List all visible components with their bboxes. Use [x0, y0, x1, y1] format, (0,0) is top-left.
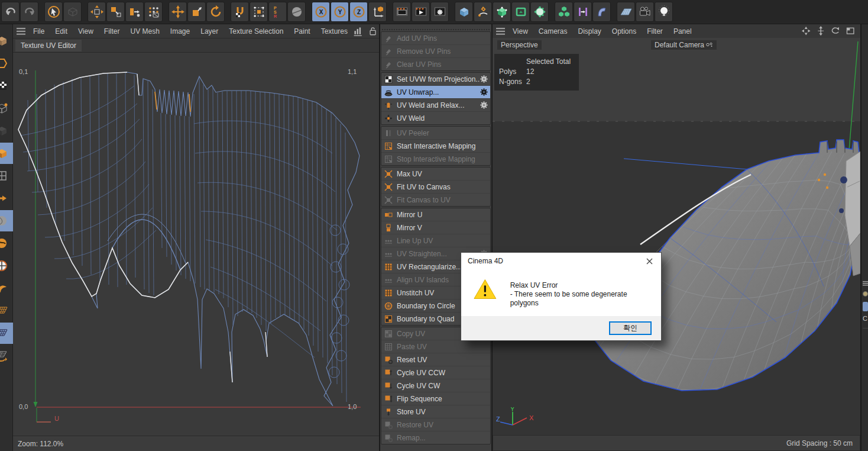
left-tool-hex-orange-icon[interactable]: [0, 53, 13, 74]
render-view-button[interactable]: [393, 2, 411, 22]
gear-icon[interactable]: [480, 88, 488, 96]
subdivision-surface-button[interactable]: [493, 2, 511, 22]
viewport-canvas[interactable]: Perspective Default Camera Selected Tota…: [493, 38, 860, 435]
model-mode-button[interactable]: [63, 2, 82, 22]
menu-item[interactable]: Panel: [668, 27, 697, 36]
left-tool-cube-orange-icon[interactable]: [0, 143, 13, 164]
spacing-tool-button[interactable]: [574, 2, 592, 22]
menu-item[interactable]: Cameras: [533, 27, 573, 36]
workplane-button[interactable]: [106, 2, 125, 22]
cmd-reset-uv[interactable]: Reset UV: [381, 353, 490, 366]
lock-x-button[interactable]: X: [312, 2, 330, 22]
generator-points-button[interactable]: [530, 2, 549, 22]
live-selection-button[interactable]: [44, 2, 63, 22]
gear-icon[interactable]: [480, 101, 488, 109]
coordinate-system-button[interactable]: [368, 2, 387, 22]
layout-arrow-button[interactable]: [125, 2, 144, 22]
menu-item[interactable]: UV Mesh: [125, 27, 165, 36]
gear-icon[interactable]: [480, 75, 488, 83]
pan-icon[interactable]: [801, 26, 812, 37]
menu-item[interactable]: Image: [165, 27, 195, 36]
cmd-cycle-uv-ccw[interactable]: Cycle UV CCW: [381, 366, 490, 379]
left-tool-sphere-orange-icon[interactable]: [0, 233, 13, 254]
menu-item[interactable]: Options: [607, 27, 642, 36]
cmd-store-uv[interactable]: Store UV: [381, 405, 490, 418]
hamburger-icon[interactable]: [17, 28, 25, 35]
lock-z-button[interactable]: Z: [349, 2, 368, 22]
clipped-blue-button[interactable]: [863, 302, 868, 311]
array-generator-button[interactable]: [555, 2, 573, 22]
menu-item[interactable]: Edit: [50, 27, 73, 36]
cmd-cycle-uv-cw[interactable]: Cycle UV CW: [381, 379, 490, 392]
view-mode-label[interactable]: Perspective: [497, 40, 542, 50]
rect-selection-button[interactable]: [250, 2, 268, 22]
hamburger-icon[interactable]: [496, 28, 505, 35]
menu-item[interactable]: Filter: [99, 27, 125, 36]
rotate-tool-button[interactable]: [206, 2, 225, 22]
left-tool-sphere-ring-icon[interactable]: [0, 255, 13, 276]
hamburger-icon[interactable]: [863, 281, 868, 286]
psr-button[interactable]: PSR: [268, 2, 287, 22]
cmd-mirror-v[interactable]: Mirror V: [381, 221, 490, 234]
menu-item[interactable]: Layer: [195, 27, 224, 36]
histogram-icon[interactable]: [353, 26, 364, 37]
render-settings-button[interactable]: [430, 2, 449, 22]
left-tool-checker-flag-icon[interactable]: [0, 75, 13, 96]
menu-item[interactable]: Textures: [316, 27, 353, 36]
camera-object-button[interactable]: [636, 2, 654, 22]
rotate-view-icon[interactable]: [831, 26, 841, 37]
left-tool-cube-dark-icon[interactable]: [0, 120, 13, 141]
floor-object-button[interactable]: [617, 2, 635, 22]
bend-deformer-button[interactable]: [592, 2, 611, 22]
cmd-start-interactive-mapping[interactable]: Start Interactive Mapping: [381, 140, 490, 153]
scale-tool-button[interactable]: [187, 2, 206, 22]
cmd-fit-uv-to-canvas[interactable]: Fit UV to Canvas: [381, 181, 490, 194]
camera-label[interactable]: Default Camera: [651, 40, 717, 50]
cmd-max-uv[interactable]: Max UV: [381, 167, 490, 181]
ok-button[interactable]: 확인: [609, 321, 652, 335]
dolly-icon[interactable]: [816, 26, 827, 37]
undo-button[interactable]: [1, 2, 20, 22]
left-tool-grid-rotate-icon-icon[interactable]: [0, 345, 13, 366]
menu-item[interactable]: Texture Selection: [224, 27, 289, 36]
render-to-picture-button[interactable]: [412, 2, 430, 22]
toggle-panel-icon[interactable]: [846, 26, 856, 37]
menu-item[interactable]: View: [507, 27, 533, 36]
left-tool-grid-square-icon[interactable]: [0, 165, 13, 186]
menu-item[interactable]: View: [73, 27, 99, 36]
cmd-uv-weld[interactable]: UV Weld: [381, 112, 490, 124]
magnet-snap-button[interactable]: [231, 2, 249, 22]
menu-item[interactable]: Filter: [642, 27, 668, 36]
simulation-sphere-button[interactable]: [287, 2, 306, 22]
left-tool-grid-orange-icon-icon[interactable]: [0, 300, 13, 321]
left-tool-arrow-right-icon[interactable]: [0, 188, 13, 209]
left-tool-grid-blue-icon-icon[interactable]: [0, 323, 13, 344]
left-tool-cube-dot-icon[interactable]: [0, 98, 13, 119]
close-icon[interactable]: [644, 256, 655, 266]
menu-item[interactable]: Display: [572, 27, 606, 36]
cmd-uv-weld-and-relax[interactable]: UV Weld and Relax...: [381, 99, 490, 112]
point-grid-button[interactable]: [144, 2, 163, 22]
cmd-set-uvw-from-projection[interactable]: Set UVW from Projection...: [381, 73, 490, 86]
uv-canvas[interactable]: 0,1 1,1 0,0 1,0 U: [13, 52, 379, 436]
spline-pen-button[interactable]: [474, 2, 492, 22]
palette-grip[interactable]: [382, 25, 490, 30]
menu-item[interactable]: Paint: [289, 27, 315, 36]
left-tool-cube-tan-icon[interactable]: [0, 30, 13, 51]
lock-icon[interactable]: [368, 26, 378, 37]
generator-frame-button[interactable]: [511, 2, 530, 22]
tab-texture-uv-editor[interactable]: Texture UV Editor: [15, 40, 82, 51]
light-object-button[interactable]: [655, 2, 673, 22]
frame-all-button[interactable]: [88, 2, 106, 22]
redo-button[interactable]: [20, 2, 38, 22]
dialog-titlebar[interactable]: Cinema 4D: [461, 253, 661, 269]
left-tool-swoosh-icon[interactable]: [0, 278, 13, 299]
menu-item[interactable]: File: [28, 27, 50, 36]
cmd-uv-unwrap[interactable]: UV Unwrap...: [381, 86, 490, 99]
left-tool-sphere-gray-icon[interactable]: [0, 210, 13, 231]
cmd-flip-sequence[interactable]: Flip Sequence: [381, 392, 490, 405]
move-tool-button[interactable]: [169, 2, 187, 22]
material-sphere-icon[interactable]: [863, 291, 868, 297]
add-cube-button[interactable]: [455, 2, 473, 22]
cmd-mirror-u[interactable]: Mirror U: [381, 208, 490, 221]
